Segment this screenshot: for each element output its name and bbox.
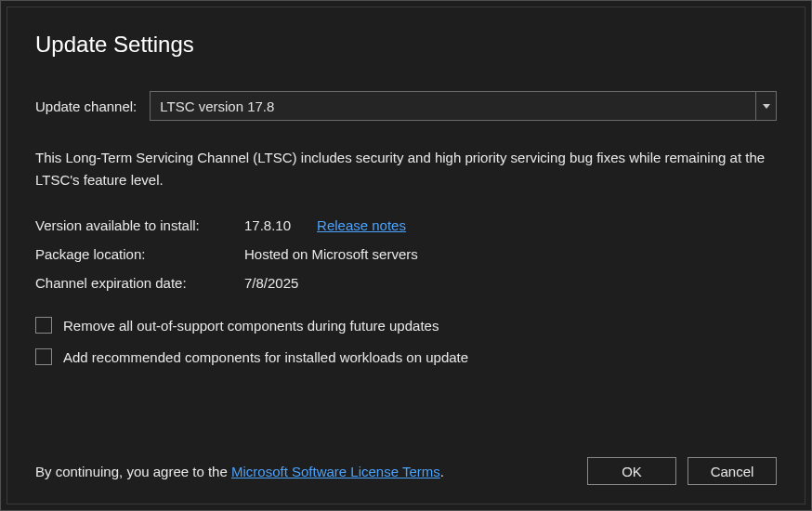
remove-unsupported-checkbox[interactable] [35, 317, 52, 334]
update-channel-row: Update channel: LTSC version 17.8 [35, 91, 777, 121]
license-prefix: By continuing, you agree to the [35, 464, 231, 479]
dialog-content: Update Settings Update channel: LTSC ver… [7, 7, 805, 504]
update-channel-label: Update channel: [35, 98, 137, 114]
version-available-label: Version available to install: [35, 217, 244, 233]
update-settings-dialog: Update Settings Update channel: LTSC ver… [0, 0, 812, 511]
channel-expiration-label: Channel expiration date: [35, 275, 244, 291]
update-channel-dropdown[interactable]: LTSC version 17.8 [150, 91, 777, 121]
update-channel-selected: LTSC version 17.8 [151, 92, 755, 120]
footer-buttons: OK Cancel [587, 457, 777, 485]
package-location-value: Hosted on Microsoft servers [244, 246, 777, 262]
channel-expiration-value: 7/8/2025 [244, 275, 777, 291]
add-recommended-label: Add recommended components for installed… [63, 349, 468, 365]
license-terms-link[interactable]: Microsoft Software License Terms [231, 464, 440, 479]
package-location-label: Package location: [35, 246, 244, 262]
version-available-value-row: 17.8.10 Release notes [244, 217, 777, 233]
dropdown-button[interactable] [755, 92, 776, 120]
license-agreement-text: By continuing, you agree to the Microsof… [35, 464, 444, 479]
page-title: Update Settings [35, 32, 777, 58]
chevron-down-icon [763, 104, 770, 109]
version-available-value: 17.8.10 [244, 217, 291, 233]
dialog-footer: By continuing, you agree to the Microsof… [35, 439, 777, 485]
add-recommended-option[interactable]: Add recommended components for installed… [35, 348, 777, 365]
license-suffix: . [440, 464, 444, 479]
remove-unsupported-option[interactable]: Remove all out-of-support components dur… [35, 317, 777, 334]
channel-description: This Long-Term Servicing Channel (LTSC) … [35, 147, 769, 191]
remove-unsupported-label: Remove all out-of-support components dur… [63, 318, 439, 334]
cancel-button[interactable]: Cancel [688, 457, 777, 485]
add-recommended-checkbox[interactable] [35, 348, 52, 365]
release-notes-link[interactable]: Release notes [317, 217, 406, 233]
ok-button[interactable]: OK [587, 457, 676, 485]
info-grid: Version available to install: 17.8.10 Re… [35, 217, 777, 291]
